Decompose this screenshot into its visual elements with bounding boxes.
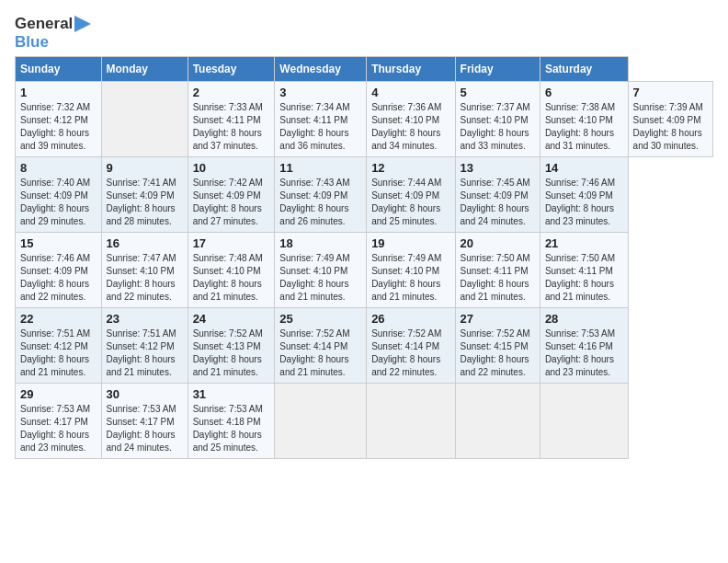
day-number: 20 [461,236,535,250]
day-info: Sunrise: 7:53 AMSunset: 4:16 PMDaylight:… [545,327,623,379]
calendar-week-row: 15Sunrise: 7:46 AMSunset: 4:09 PMDayligh… [16,233,713,308]
day-info: Sunrise: 7:45 AMSunset: 4:09 PMDaylight:… [461,177,535,228]
calendar-day-cell: 26Sunrise: 7:52 AMSunset: 4:14 PMDayligh… [367,308,455,384]
calendar-day-cell: 1Sunrise: 7:32 AMSunset: 4:12 PMDaylight… [16,82,102,157]
day-number: 19 [371,236,449,250]
day-number: 29 [20,387,97,401]
day-number: 3 [279,86,361,99]
day-info: Sunrise: 7:36 AMSunset: 4:10 PMDaylight:… [371,101,449,153]
day-number: 10 [193,161,270,175]
calendar-day-cell [367,384,455,459]
day-number: 4 [371,86,449,99]
day-info: Sunrise: 7:42 AMSunset: 4:09 PMDaylight:… [193,177,270,228]
day-info: Sunrise: 7:39 AMSunset: 4:09 PMDaylight:… [633,101,708,153]
calendar-day-cell: 24Sunrise: 7:52 AMSunset: 4:13 PMDayligh… [188,308,275,384]
day-info: Sunrise: 7:38 AMSunset: 4:10 PMDaylight:… [545,101,623,153]
day-number: 21 [545,236,623,250]
calendar-day-cell: 23Sunrise: 7:51 AMSunset: 4:12 PMDayligh… [101,308,188,384]
weekday-header: Monday [101,57,188,82]
day-info: Sunrise: 7:52 AMSunset: 4:13 PMDaylight:… [193,327,270,379]
calendar-day-cell: 9Sunrise: 7:41 AMSunset: 4:09 PMDaylight… [101,157,188,233]
day-info: Sunrise: 7:33 AMSunset: 4:11 PMDaylight:… [193,101,270,153]
day-info: Sunrise: 7:50 AMSunset: 4:11 PMDaylight:… [545,252,623,304]
day-number: 5 [461,86,535,99]
day-number: 6 [545,86,623,99]
day-number: 2 [193,86,270,99]
day-number: 9 [107,161,183,175]
day-number: 25 [279,312,361,326]
header: General Blue [15,15,713,51]
calendar-day-cell: 10Sunrise: 7:42 AMSunset: 4:09 PMDayligh… [188,157,275,233]
day-info: Sunrise: 7:52 AMSunset: 4:15 PMDaylight:… [461,327,535,379]
calendar-day-cell: 25Sunrise: 7:52 AMSunset: 4:14 PMDayligh… [275,308,367,384]
day-info: Sunrise: 7:52 AMSunset: 4:14 PMDaylight:… [371,327,449,379]
day-number: 1 [20,86,97,99]
calendar-day-cell: 3Sunrise: 7:34 AMSunset: 4:11 PMDaylight… [275,82,367,157]
calendar-day-cell: 17Sunrise: 7:48 AMSunset: 4:10 PMDayligh… [188,233,275,308]
weekday-header: Sunday [16,57,102,82]
day-number: 30 [107,387,183,401]
calendar-day-cell: 20Sunrise: 7:50 AMSunset: 4:11 PMDayligh… [455,233,540,308]
day-info: Sunrise: 7:48 AMSunset: 4:10 PMDaylight:… [193,252,270,304]
calendar-day-cell: 16Sunrise: 7:47 AMSunset: 4:10 PMDayligh… [101,233,188,308]
calendar-day-cell: 18Sunrise: 7:49 AMSunset: 4:10 PMDayligh… [275,233,367,308]
day-info: Sunrise: 7:53 AMSunset: 4:17 PMDaylight:… [107,403,183,454]
day-info: Sunrise: 7:41 AMSunset: 4:09 PMDaylight:… [107,177,183,228]
day-number: 26 [371,312,449,326]
day-number: 18 [279,236,361,250]
day-number: 31 [193,387,270,401]
day-number: 13 [461,161,535,175]
weekday-header: Wednesday [275,57,367,82]
weekday-header: Friday [455,57,540,82]
day-info: Sunrise: 7:44 AMSunset: 4:09 PMDaylight:… [371,177,449,228]
day-info: Sunrise: 7:40 AMSunset: 4:09 PMDaylight:… [20,177,97,228]
day-number: 14 [545,161,623,175]
calendar-day-cell: 6Sunrise: 7:38 AMSunset: 4:10 PMDaylight… [540,82,628,157]
calendar-day-cell [540,384,628,459]
calendar-day-cell: 7Sunrise: 7:39 AMSunset: 4:09 PMDaylight… [628,82,712,157]
logo: General Blue [15,15,91,51]
calendar-week-row: 8Sunrise: 7:40 AMSunset: 4:09 PMDaylight… [16,157,713,233]
calendar-day-cell: 11Sunrise: 7:43 AMSunset: 4:09 PMDayligh… [275,157,367,233]
day-number: 24 [193,312,270,326]
svg-marker-0 [74,16,91,32]
calendar-day-cell: 2Sunrise: 7:33 AMSunset: 4:11 PMDaylight… [188,82,275,157]
day-info: Sunrise: 7:51 AMSunset: 4:12 PMDaylight:… [107,327,183,379]
day-number: 7 [633,86,708,99]
day-info: Sunrise: 7:49 AMSunset: 4:10 PMDaylight:… [279,252,361,304]
calendar-day-cell: 31Sunrise: 7:53 AMSunset: 4:18 PMDayligh… [188,384,275,459]
calendar-day-cell: 27Sunrise: 7:52 AMSunset: 4:15 PMDayligh… [455,308,540,384]
calendar-day-cell: 21Sunrise: 7:50 AMSunset: 4:11 PMDayligh… [540,233,628,308]
weekday-header-row: SundayMondayTuesdayWednesdayThursdayFrid… [16,57,713,82]
day-info: Sunrise: 7:53 AMSunset: 4:17 PMDaylight:… [20,403,97,454]
calendar-day-cell: 28Sunrise: 7:53 AMSunset: 4:16 PMDayligh… [540,308,628,384]
calendar-day-cell: 5Sunrise: 7:37 AMSunset: 4:10 PMDaylight… [455,82,540,157]
day-number: 23 [107,312,183,326]
day-number: 15 [20,236,97,250]
day-info: Sunrise: 7:34 AMSunset: 4:11 PMDaylight:… [279,101,361,153]
day-info: Sunrise: 7:43 AMSunset: 4:09 PMDaylight:… [279,177,361,228]
weekday-header: Tuesday [188,57,275,82]
day-number: 11 [279,161,361,175]
day-number: 27 [461,312,535,326]
calendar-table: SundayMondayTuesdayWednesdayThursdayFrid… [15,56,713,459]
calendar-day-cell: 30Sunrise: 7:53 AMSunset: 4:17 PMDayligh… [101,384,188,459]
day-info: Sunrise: 7:37 AMSunset: 4:10 PMDaylight:… [461,101,535,153]
logo-arrow-icon [74,16,91,32]
calendar-day-cell: 29Sunrise: 7:53 AMSunset: 4:17 PMDayligh… [16,384,102,459]
calendar-day-cell: 13Sunrise: 7:45 AMSunset: 4:09 PMDayligh… [455,157,540,233]
calendar-day-cell: 15Sunrise: 7:46 AMSunset: 4:09 PMDayligh… [16,233,102,308]
calendar-day-cell: 4Sunrise: 7:36 AMSunset: 4:10 PMDaylight… [367,82,455,157]
calendar-week-row: 29Sunrise: 7:53 AMSunset: 4:17 PMDayligh… [16,384,713,459]
weekday-header: Saturday [540,57,628,82]
calendar-day-cell [275,384,367,459]
calendar-day-cell: 14Sunrise: 7:46 AMSunset: 4:09 PMDayligh… [540,157,628,233]
day-info: Sunrise: 7:46 AMSunset: 4:09 PMDaylight:… [545,177,623,228]
calendar-day-cell: 12Sunrise: 7:44 AMSunset: 4:09 PMDayligh… [367,157,455,233]
day-info: Sunrise: 7:53 AMSunset: 4:18 PMDaylight:… [193,403,270,454]
day-number: 17 [193,236,270,250]
calendar-week-row: 22Sunrise: 7:51 AMSunset: 4:12 PMDayligh… [16,308,713,384]
day-info: Sunrise: 7:46 AMSunset: 4:09 PMDaylight:… [20,252,97,304]
day-info: Sunrise: 7:50 AMSunset: 4:11 PMDaylight:… [461,252,535,304]
day-number: 22 [20,312,97,326]
